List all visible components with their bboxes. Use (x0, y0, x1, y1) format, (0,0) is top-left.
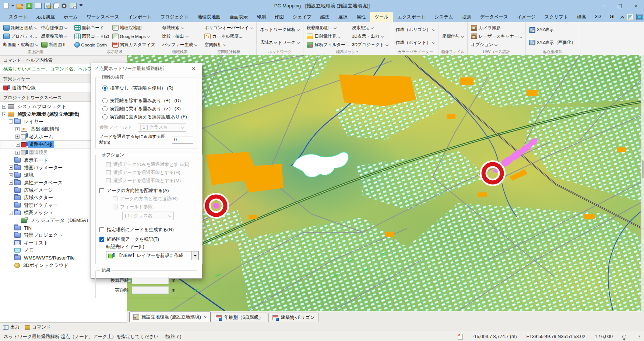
options-button[interactable]: オプション (470, 41, 523, 49)
doc-tab-age-groups[interactable]: 年齢別（5歳階級） (212, 313, 267, 322)
resize-grip[interactable] (636, 334, 640, 339)
doc-tab-facility-env[interactable]: 施設立地環境 (施設立地環境) × (129, 312, 211, 322)
expand-toggle-icon[interactable]: + (16, 143, 20, 147)
ribbon-tab[interactable]: スクリプト (540, 12, 573, 22)
3d-display-output-button[interactable]: 3D表示・出力 (351, 32, 390, 41)
ribbon-tab[interactable]: 3D (591, 12, 605, 22)
ribbon-tab[interactable]: ツール (370, 12, 393, 22)
lightbulb-icon[interactable] (622, 335, 626, 339)
xyz-display-image-button[interactable]: XYZ表示（画像化） (528, 38, 577, 47)
expand-toggle-icon[interactable]: + (15, 135, 20, 139)
checkbox-generate-node[interactable] (99, 227, 104, 232)
excel-export-icon[interactable] (26, 3, 32, 9)
expand-toggle-icon[interactable]: + (9, 166, 13, 170)
doc-tab-buildings[interactable]: 建築物-ポリゴン (268, 313, 319, 322)
ribbon-tab[interactable]: エクスポート (393, 12, 430, 22)
georeference-button[interactable]: 座標付与 (441, 32, 465, 41)
centerline-draw-button[interactable]: 中心線作図 (40, 24, 68, 32)
create-point-button[interactable]: 作成（ポイント） (394, 38, 436, 47)
import-edit-icon[interactable] (44, 3, 51, 9)
ribbon-tab[interactable]: 応用講座 (32, 12, 59, 22)
map-canvas[interactable] (127, 55, 644, 311)
ribbon-tab[interactable]: 編集 (316, 12, 334, 22)
new-file-icon[interactable] (4, 3, 8, 9)
polygon-overlay-button[interactable]: ポリゴンオーバーレイ (203, 24, 254, 32)
camera-shot-button[interactable]: カメラ撮影... (470, 24, 523, 32)
expand-toggle-icon[interactable]: + (9, 181, 13, 185)
collapse-ribbon-icon[interactable] (620, 15, 624, 19)
ribbon-tab[interactable]: データベース (476, 12, 513, 22)
properties-button[interactable]: プロパティ... (2, 32, 39, 41)
transfer-layer-combo[interactable]: 【NEW】レイヤーを新規に作成 (106, 251, 199, 260)
compare-extract-button[interactable]: 比較・抽出 (161, 32, 199, 41)
gsi-map-button[interactable]: 地理院地図 (111, 24, 156, 32)
cross-section-2-button[interactable]: 断面図 II (40, 41, 68, 49)
xyz-display-button[interactable]: XYZ表示 (528, 26, 577, 34)
image-search-icon[interactable] (70, 3, 77, 9)
ribbon-tab[interactable]: 拡張 (458, 12, 476, 22)
ribbon-tab[interactable]: シェイプ (288, 12, 316, 22)
checkbox-arc-direction[interactable] (99, 188, 104, 193)
ribbon-tab[interactable]: インポート (124, 12, 156, 22)
expand-toggle-icon[interactable]: + (15, 151, 20, 155)
close-tab-icon[interactable]: × (204, 314, 207, 320)
node-distance-input[interactable] (172, 136, 193, 144)
ribbon-tab[interactable]: ワークスペース (82, 12, 124, 22)
create-polygon-button[interactable]: 作成（ポリゴン） (394, 26, 436, 34)
ribbon-tab[interactable]: イメージ (513, 12, 540, 22)
distance-area-button[interactable]: 距離と面積 (2, 24, 39, 32)
spatial-analysis-button[interactable]: 空間解析 (203, 41, 254, 49)
expand-toggle-icon[interactable]: + (15, 127, 20, 131)
solar-radiation-button[interactable]: 日射量計算... (306, 32, 350, 41)
flood-assumption-button[interactable]: 浸水想定 (351, 24, 390, 32)
expand-toggle-icon[interactable] (9, 256, 13, 260)
expand-toggle-icon[interactable] (9, 241, 13, 245)
expand-toggle-icon[interactable] (9, 196, 13, 200)
shaded-relief-button[interactable]: 段彩陰影図... (306, 24, 350, 32)
expand-toggle-icon[interactable] (9, 203, 13, 207)
image-tool-icon[interactable] (627, 14, 633, 20)
radio-divide-weight[interactable] (102, 98, 108, 103)
ribbon-tab[interactable]: 属性 (352, 12, 370, 22)
kernel-density-button[interactable]: カーネル密度... (203, 32, 254, 41)
ribbon-tab[interactable]: ホーム (59, 12, 82, 22)
expand-toggle-icon[interactable] (9, 264, 13, 268)
map-sheet-code-button[interactable]: 図郭コード (73, 24, 110, 32)
ribbon-tab[interactable]: 選択 (334, 12, 352, 22)
scrollbar-thumb[interactable] (642, 160, 644, 178)
dialog-close-icon[interactable]: ✕ (190, 66, 197, 72)
assumed-lot-button[interactable]: 想定整形地 (40, 32, 68, 41)
status-map-scale[interactable]: 1 / 6,000 (595, 334, 613, 339)
expand-toggle-icon[interactable] (15, 218, 20, 222)
expand-toggle-icon[interactable] (9, 248, 13, 253)
expand-toggle-icon[interactable]: - (9, 119, 13, 123)
analysis-filter-button[interactable]: 解析フィルター... (306, 41, 350, 49)
network-analysis-button[interactable]: ネットワーク解析 (259, 26, 301, 34)
expand-toggle-icon[interactable]: + (2, 105, 6, 109)
dropdown-caret-icon[interactable] (11, 4, 14, 7)
map-vertical-scrollbar[interactable] (641, 55, 644, 311)
radio-multiply-weight[interactable] (102, 106, 108, 111)
close-button[interactable]: × (628, 0, 644, 12)
expand-toggle-icon[interactable] (9, 158, 13, 162)
ribbon-tab[interactable]: GL (605, 12, 620, 22)
radio-no-conversion[interactable] (102, 86, 108, 91)
cross-section-button[interactable]: 断面図・縦断図 (2, 41, 39, 49)
output-tab[interactable]: 出力 (3, 324, 20, 330)
3d-project-button[interactable]: 3Dプロジェクト (351, 41, 390, 49)
open-folder-icon[interactable] (17, 4, 23, 9)
google-maps-button[interactable]: Google Maps (111, 32, 156, 41)
maximize-button[interactable] (612, 0, 628, 12)
ribbon-tab[interactable]: プロジェクト (156, 12, 193, 22)
laser-scanner-button[interactable]: レーザースキャナー... (470, 32, 523, 41)
ribbon-tab[interactable]: 地理院地図 (193, 12, 225, 22)
ribbon-tab[interactable]: スタート (4, 12, 32, 22)
checkbox-transfer-arcs[interactable] (99, 237, 104, 242)
expand-toggle-icon[interactable]: + (9, 173, 13, 177)
copy-paste-icon[interactable] (53, 4, 58, 9)
expand-toggle-icon[interactable]: - (9, 211, 13, 215)
more-commands-icon[interactable] (79, 3, 83, 9)
settings-gear-icon[interactable] (61, 3, 67, 9)
ribbon-tab[interactable]: 標高 (573, 12, 591, 22)
region-search-button[interactable]: 領域検索 (161, 24, 199, 32)
